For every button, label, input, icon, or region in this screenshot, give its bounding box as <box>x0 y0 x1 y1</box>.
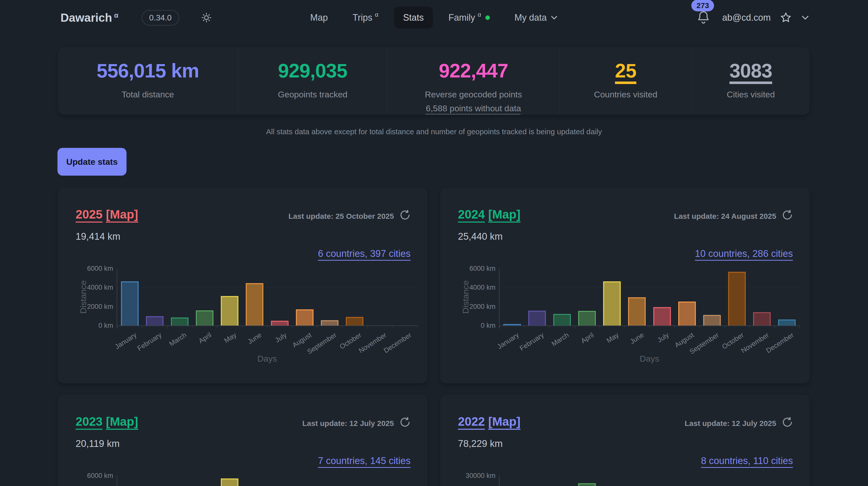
x-tick-mark <box>292 325 292 328</box>
points-without-data-label[interactable]: 6,588 points without data <box>388 104 559 113</box>
y-tick-label: 4000 km <box>453 284 496 291</box>
gridline <box>117 268 417 269</box>
x-tick-label: March <box>550 331 570 348</box>
alpha-superscript: α <box>114 11 119 19</box>
bar-july <box>271 321 288 325</box>
x-tick-mark <box>367 325 368 328</box>
x-tick-mark <box>749 325 750 328</box>
gridline <box>117 287 417 288</box>
x-tick-label: April <box>580 331 595 345</box>
user-menu-button[interactable] <box>801 15 809 21</box>
x-tick-label: November <box>740 331 770 355</box>
cities-visited-label: Cities visited <box>692 90 809 99</box>
x-tick-mark <box>499 325 500 328</box>
bar-september <box>321 320 339 325</box>
nav-item-trips[interactable]: Tripsα <box>343 7 388 29</box>
x-tick-mark <box>599 325 600 328</box>
x-tick-label: June <box>246 331 263 346</box>
countries-visited-label: Countries visited <box>559 90 692 99</box>
bar-january <box>503 324 521 325</box>
nav-item-family[interactable]: Familyα <box>439 7 499 29</box>
x-axis-title: Days <box>640 354 659 364</box>
nav-trips-label: Trips <box>352 12 372 23</box>
y-axis-line <box>499 476 499 486</box>
app-logo-text: Dawarich <box>61 11 112 24</box>
bar-may <box>603 281 621 325</box>
x-tick-label: April <box>197 331 213 345</box>
gridline <box>499 287 800 288</box>
x-tick-mark <box>417 325 417 328</box>
family-alpha-superscript: α <box>477 11 481 18</box>
x-tick-label: January <box>496 331 520 351</box>
bar-october <box>346 317 364 325</box>
bar-april <box>578 483 596 486</box>
total-distance-label: Total distance <box>58 90 238 99</box>
x-tick-mark <box>267 325 268 328</box>
gridline <box>499 307 800 307</box>
stats-update-note: All stats data above except for total di… <box>0 127 868 136</box>
y-axis-line <box>499 268 499 328</box>
bar-august <box>296 309 313 325</box>
y-axis-line <box>117 476 117 486</box>
bar-july <box>653 307 671 325</box>
year-cards-grid: 2025 [Map] Last update: 25 October 2025 … <box>58 188 810 486</box>
gridline <box>117 476 417 476</box>
favorites-button[interactable] <box>780 11 792 24</box>
y-tick-label: 2000 km <box>70 303 113 310</box>
bar-may <box>221 479 239 486</box>
notifications-button[interactable]: 273 <box>696 10 711 26</box>
distance-bar-chart-2025: 0 km2000 km4000 km6000 kmJanuaryFebruary… <box>58 188 427 383</box>
bar-june <box>628 297 646 325</box>
x-tick-mark <box>575 325 575 328</box>
y-axis-title: Distance <box>461 280 470 314</box>
nav-item-my-data[interactable]: My data <box>505 7 567 29</box>
bar-march <box>553 314 571 325</box>
x-tick-label: December <box>765 331 795 355</box>
stat-card-geopoints: 929,035 Geopoints tracked <box>238 47 388 115</box>
y-axis-title: Distance <box>79 280 88 314</box>
navbar: Dawarichα 0.34.0 Map Tripsα Stats Family… <box>0 0 868 35</box>
x-tick-mark <box>392 325 393 328</box>
x-tick-label: May <box>605 331 620 345</box>
distance-bar-chart-2022: 0 km10000 km20000 km30000 kmJanuaryFebru… <box>440 395 809 486</box>
main-navigation: Map Tripsα Stats Familyα My data <box>301 7 567 29</box>
family-online-status-dot <box>485 16 490 20</box>
x-tick-mark <box>117 325 118 328</box>
nav-stats-label: Stats <box>403 12 424 23</box>
x-tick-mark <box>624 325 625 328</box>
bar-december <box>778 319 796 326</box>
nav-my-data-label: My data <box>515 12 547 23</box>
nav-item-map[interactable]: Map <box>301 7 337 29</box>
theme-toggle-button[interactable] <box>201 12 212 23</box>
geopoints-value: 929,035 <box>238 60 388 82</box>
update-stats-button[interactable]: Update stats <box>58 148 126 176</box>
distance-bar-chart-2023: 0 km2000 km4000 km6000 kmJanuaryFebruary… <box>58 395 427 486</box>
nav-map-label: Map <box>310 12 328 23</box>
y-tick-label: 6000 km <box>70 472 113 480</box>
x-tick-label: July <box>656 331 670 344</box>
nav-item-stats[interactable]: Stats <box>394 7 433 29</box>
bar-january <box>121 281 138 325</box>
x-tick-mark <box>317 325 317 328</box>
y-tick-label: 0 km <box>453 322 496 329</box>
app-logo[interactable]: Dawarichα <box>61 11 119 25</box>
bar-april <box>196 310 214 325</box>
gridline <box>499 476 800 476</box>
geopoints-label: Geopoints tracked <box>238 90 388 99</box>
x-tick-mark <box>142 325 143 328</box>
stat-card-countries: 25 Countries visited <box>559 47 692 115</box>
year-card-2023: 2023 [Map] Last update: 12 July 2025 20,… <box>58 395 427 486</box>
bar-june <box>246 283 264 325</box>
y-tick-label: 30000 km <box>453 472 496 480</box>
bar-november <box>753 312 771 325</box>
user-email[interactable]: ab@cd.com <box>722 12 771 23</box>
x-tick-mark <box>167 325 167 328</box>
bar-october <box>728 272 746 325</box>
stat-card-total-distance: 556,015 km Total distance <box>58 47 238 115</box>
y-tick-label: 6000 km <box>70 265 113 272</box>
y-tick-label: 6000 km <box>453 265 496 272</box>
star-icon <box>780 11 792 24</box>
y-tick-label: 4000 km <box>70 284 113 291</box>
year-card-2022: 2022 [Map] Last update: 12 July 2025 78,… <box>440 395 809 486</box>
notification-count-badge: 273 <box>691 0 714 11</box>
